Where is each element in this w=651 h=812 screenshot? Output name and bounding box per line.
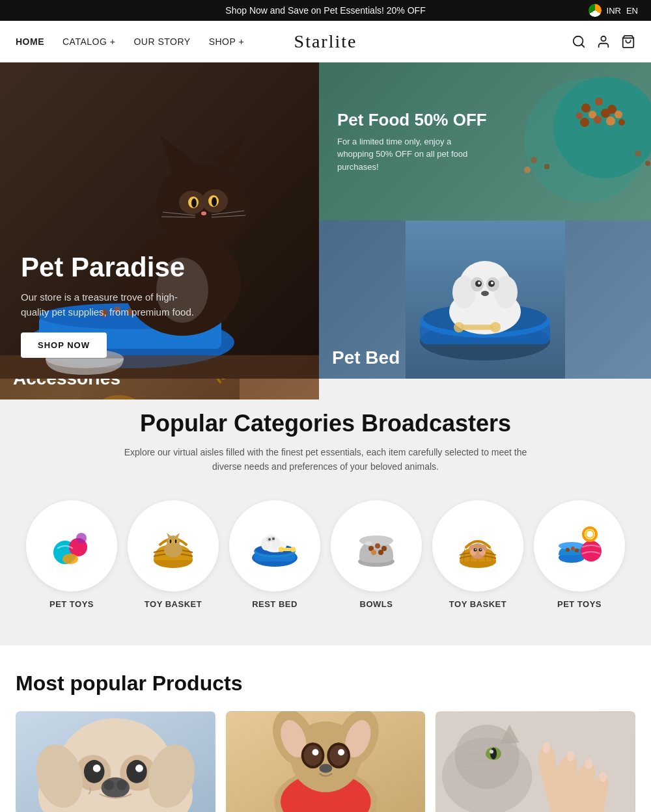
category-label-pet-toys-1: PET TOYS — [49, 599, 94, 609]
svg-point-178 — [585, 759, 593, 769]
categories-grid: PET TOYS — [16, 500, 635, 609]
account-icon — [596, 34, 611, 49]
svg-point-121 — [365, 541, 372, 545]
category-label-rest-bed: REST BED — [252, 599, 298, 609]
svg-point-88 — [62, 554, 78, 564]
svg-rect-67 — [461, 325, 493, 330]
categories-section: Popular Categories Broadcasters Explore … — [0, 379, 651, 645]
category-item-pet-toys-2[interactable]: PET TOYS — [534, 500, 625, 609]
category-circle-bowls — [331, 500, 422, 591]
svg-point-172 — [338, 749, 344, 755]
category-label-bowls: BOWLS — [360, 599, 393, 609]
pet-toys-icon-2 — [553, 520, 605, 572]
hero-shop-now-button[interactable]: SHOP NOW — [21, 332, 107, 358]
cart-button[interactable] — [621, 34, 635, 49]
svg-point-141 — [575, 548, 579, 552]
toy-basket-icon-2 — [452, 520, 504, 572]
nav-links: HOME CATALOG + OUR STORY SHOP + — [16, 36, 244, 47]
flag-icon — [589, 4, 602, 17]
hero-food-panel: Pet Food 50% OFF For a limited time only… — [319, 62, 651, 221]
products-grid — [16, 711, 635, 812]
nav-our-story[interactable]: OUR STORY — [133, 36, 190, 47]
svg-point-110 — [272, 537, 275, 540]
svg-point-177 — [567, 751, 575, 761]
category-item-toy-basket-2[interactable]: TOY BASKET — [432, 500, 523, 609]
product-image-1 — [16, 711, 215, 812]
svg-line-1 — [581, 44, 584, 47]
popular-products-section: Most popular Products — [0, 645, 651, 812]
banner-right: INR EN — [589, 4, 638, 17]
product-card-2[interactable] — [226, 711, 426, 812]
hero-accessories-panel: Accessories — [0, 379, 319, 399]
svg-point-64 — [481, 291, 489, 296]
svg-point-34 — [595, 98, 603, 105]
category-circle-toy-basket-1 — [128, 500, 219, 591]
category-label-pet-toys-2: PET TOYS — [557, 599, 602, 609]
category-circle-pet-toys-1 — [26, 500, 117, 591]
svg-point-113 — [290, 547, 296, 552]
pet-toys-icon-1 — [46, 520, 98, 572]
svg-point-47 — [635, 150, 641, 157]
svg-point-171 — [312, 749, 318, 755]
svg-point-140 — [571, 547, 575, 550]
svg-point-173 — [319, 764, 332, 773]
svg-point-169 — [303, 745, 322, 766]
category-item-rest-bed[interactable]: REST BED — [229, 500, 320, 609]
site-logo[interactable]: Starlite — [294, 31, 357, 52]
category-label-toy-basket-2: TOY BASKET — [449, 599, 506, 609]
svg-point-170 — [329, 745, 348, 766]
hero-food-desc: For a limited time only, enjoy a whoppin… — [337, 135, 480, 174]
product-card-3[interactable] — [436, 711, 635, 812]
hero-bed-panel: Pet Bed — [319, 221, 651, 379]
svg-point-22 — [191, 198, 197, 208]
product-card-1[interactable] — [16, 711, 215, 812]
nav-catalog[interactable]: CATALOG + — [62, 36, 115, 47]
svg-point-97 — [170, 539, 172, 543]
category-item-toy-basket-1[interactable]: TOY BASKET — [128, 500, 219, 609]
category-label-toy-basket-1: TOY BASKET — [145, 599, 202, 609]
popular-products-title: Most popular Products — [16, 671, 635, 696]
banner-text: Shop Now and Save on Pet Essentials! 20%… — [225, 5, 425, 16]
hero-bed-label: Pet Bed — [332, 347, 400, 368]
nav-shop[interactable]: SHOP + — [209, 36, 245, 47]
svg-point-98 — [175, 539, 177, 543]
svg-point-89 — [76, 533, 87, 543]
account-button[interactable] — [596, 34, 611, 49]
pet-bed-illustration — [406, 221, 565, 379]
svg-point-136 — [480, 548, 482, 550]
categories-title: Popular Categories Broadcasters — [16, 410, 635, 437]
product-image-2 — [226, 711, 426, 812]
hero-accessories-label: Accessories — [13, 379, 120, 389]
language-selector[interactable]: EN — [626, 6, 638, 16]
svg-point-68 — [454, 322, 464, 332]
hero-main-content: Pet Paradise Our store is a treasure tro… — [21, 252, 298, 358]
svg-point-139 — [566, 548, 570, 552]
svg-point-155 — [104, 780, 115, 791]
rest-bed-icon — [249, 520, 301, 572]
svg-point-184 — [490, 748, 497, 759]
svg-point-62 — [478, 282, 480, 284]
svg-point-112 — [279, 547, 284, 552]
search-button[interactable] — [572, 34, 586, 49]
svg-point-144 — [586, 530, 594, 538]
categories-subtitle: Explore our virtual aisles filled with t… — [117, 445, 534, 474]
category-item-pet-toys-1[interactable]: PET TOYS — [26, 500, 117, 609]
currency-selector[interactable]: INR — [607, 6, 621, 16]
top-banner: Shop Now and Save on Pet Essentials! 20%… — [0, 0, 651, 21]
hero-title: Pet Paradise — [21, 252, 298, 282]
svg-point-69 — [490, 322, 501, 332]
svg-point-152 — [93, 765, 101, 772]
svg-point-109 — [268, 538, 271, 541]
svg-point-23 — [212, 197, 217, 206]
nav-home[interactable]: HOME — [16, 36, 44, 47]
cart-icon — [621, 34, 635, 49]
category-circle-pet-toys-2 — [534, 500, 625, 591]
nav-icons — [572, 34, 635, 49]
svg-point-48 — [645, 161, 650, 166]
svg-point-117 — [375, 543, 380, 548]
hero-grid: Pet Paradise Our store is a treasure tro… — [0, 62, 651, 379]
svg-rect-111 — [283, 548, 292, 551]
category-item-bowls[interactable]: BOWLS — [331, 500, 422, 609]
search-icon — [572, 34, 586, 49]
svg-point-2 — [601, 36, 605, 40]
